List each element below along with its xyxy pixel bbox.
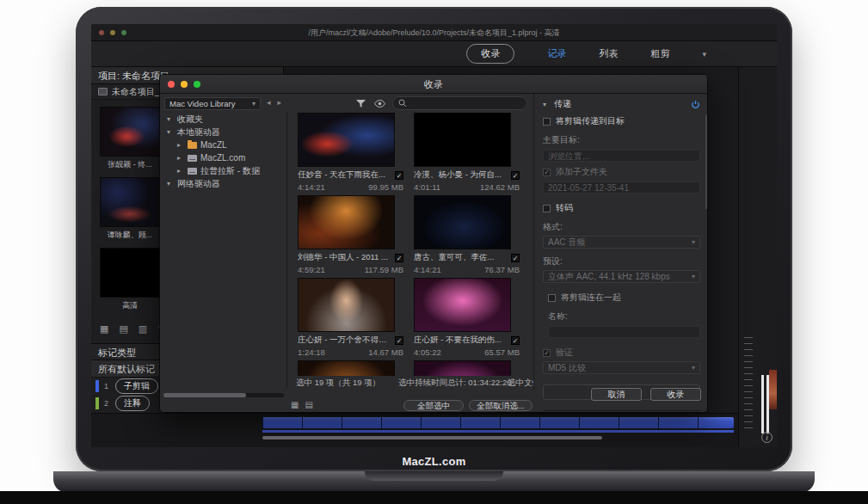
chevron-right-icon[interactable]: ▸	[177, 164, 184, 177]
deselect-all-button[interactable]: 全部取消选...	[469, 400, 532, 411]
clip-checkbox[interactable]: ✓	[511, 171, 520, 180]
tab-logging[interactable]: 记录	[547, 47, 566, 60]
timeline-clip-sequence[interactable]	[262, 417, 734, 428]
verify-method-dropdown[interactable]: MD5 比较 ▾	[543, 361, 700, 374]
clip-thumbnail[interactable]	[298, 360, 395, 376]
clip-checkbox[interactable]: ✓	[395, 336, 403, 345]
checkbox-checked-disabled[interactable]: ✓	[543, 169, 551, 176]
tree-item-drive[interactable]: ▸ MacZL	[160, 138, 286, 151]
minimize-dialog-icon[interactable]	[181, 81, 188, 88]
timeline-audio-track[interactable]	[262, 430, 734, 433]
clip-card[interactable]: 刘德华 - 中国人 - 2011 ... ✓ 4:59:21 117.59 MB	[298, 195, 403, 274]
clip-thumbnail[interactable]	[414, 113, 511, 167]
format-dropdown[interactable]: AAC 音频 ▾	[543, 236, 700, 249]
cancel-button[interactable]: 取消	[591, 388, 642, 401]
marker-chip[interactable]: 注释	[115, 396, 150, 411]
list-view-icon[interactable]: ▤	[119, 323, 127, 335]
power-toggle-icon[interactable]	[691, 100, 700, 109]
close-dialog-icon[interactable]	[168, 81, 175, 88]
transfer-destination-checkbox-row[interactable]: 将剪辑传递到目标	[543, 115, 700, 127]
minimize-window-icon[interactable]	[110, 30, 115, 35]
add-subfolder-checkbox-row[interactable]: ✓ 添加子文件夹	[543, 166, 700, 178]
list-view-icon[interactable]: ▤	[305, 400, 312, 409]
stitch-clips-checkbox-row[interactable]: 将剪辑连在一起	[548, 292, 700, 304]
clip-thumbnail[interactable]	[414, 278, 511, 332]
clip-thumbnail[interactable]	[414, 195, 511, 249]
tree-item-network-drives[interactable]: ▾ 网络驱动器	[160, 177, 286, 190]
clip-thumbnail[interactable]	[100, 248, 160, 298]
browse-location-field[interactable]: 浏览位置...	[543, 150, 700, 162]
stitch-name-field[interactable]	[548, 326, 700, 338]
transfer-header: 传递	[554, 98, 571, 110]
clip-thumbnail[interactable]	[298, 195, 395, 249]
tree-item-drive[interactable]: ▸ 拉普拉斯 - 数据	[160, 164, 286, 177]
zoom-dialog-icon[interactable]	[194, 81, 200, 88]
visibility-eye-icon[interactable]	[374, 100, 385, 108]
chevron-down-icon[interactable]: ▾	[167, 177, 174, 190]
tab-rough-cut[interactable]: 粗剪	[650, 47, 669, 60]
marker-chip[interactable]: 子剪辑	[115, 378, 158, 394]
chevron-down-icon[interactable]: ▾	[167, 113, 174, 126]
grid-view-icon[interactable]: ▦	[291, 400, 299, 409]
chevron-right-icon[interactable]: ▸	[177, 138, 184, 151]
select-all-button[interactable]: 全部选中	[403, 400, 464, 411]
clip-card[interactable]	[414, 360, 520, 376]
drive-icon	[188, 155, 197, 162]
checkbox-unchecked[interactable]	[543, 205, 551, 212]
preset-dropdown[interactable]: 立体声 AAC, 44.1 kHz 128 kbps ▾	[543, 270, 700, 283]
timeline-scrollbar[interactable]	[262, 436, 602, 439]
marker-color-bar	[95, 397, 99, 409]
clip-card[interactable]: 庄心妍 - 一万个舍不得 -... ✓ 1:24:18 14.67 MB	[298, 278, 403, 357]
project-clip-item[interactable]: 高清	[100, 248, 160, 311]
zoom-window-icon[interactable]	[121, 30, 126, 35]
tree-item-drive[interactable]: ▸ MacZL.com	[160, 151, 286, 164]
detail-view-icon[interactable]: ▥	[139, 323, 147, 335]
clip-thumbnail[interactable]	[298, 278, 395, 332]
chevron-down-icon[interactable]: ▾	[543, 101, 550, 108]
forward-icon[interactable]: ▸	[278, 98, 289, 107]
desk-surface	[0, 491, 868, 504]
clip-checkbox[interactable]: ✓	[511, 254, 520, 262]
tab-ingest[interactable]: 收录	[466, 44, 514, 64]
chevron-right-icon[interactable]: ▸	[177, 151, 184, 164]
clip-duration: 4:14:21	[298, 182, 325, 192]
tree-horizontal-scrollbar[interactable]	[163, 393, 284, 397]
project-clip-item[interactable]: 谭咏麟、顾...	[100, 177, 160, 241]
filter-icon[interactable]	[356, 100, 366, 108]
verify-checkbox-row[interactable]: ✓ 验证	[543, 347, 700, 359]
clip-checkbox[interactable]: ✓	[511, 336, 520, 345]
checkbox-checked-disabled[interactable]: ✓	[543, 349, 551, 357]
clip-card[interactable]: 冷漠、杨小曼 - 为何自... ✓ 4:01:11 124.62 MB	[414, 113, 520, 192]
tree-item-local-drives[interactable]: ▾ 本地驱动器	[160, 126, 286, 138]
clip-thumbnail[interactable]	[100, 107, 160, 157]
checkbox-unchecked[interactable]	[548, 294, 556, 302]
clip-size: 65.57 MB	[484, 347, 520, 357]
clip-thumbnail[interactable]	[414, 360, 511, 376]
back-icon[interactable]: ◂	[267, 98, 278, 107]
tree-item-favorites[interactable]: ▾ 收藏夹	[160, 113, 286, 126]
clip-thumbnail[interactable]	[100, 177, 160, 227]
clip-checkbox[interactable]: ✓	[395, 254, 403, 262]
clip-card[interactable]: 任妙音 - 天在下雨我在... ✓ 4:14:21 99.95 MB	[298, 113, 403, 192]
clip-card[interactable]: 唐古、童可可、李佐... ✓ 4:14:21 76.37 MB	[414, 195, 520, 274]
bin-icon	[98, 88, 108, 95]
panel-scrollbar[interactable]	[705, 114, 708, 209]
clip-checkbox[interactable]: ✓	[395, 171, 403, 180]
audio-level-bar	[761, 375, 764, 433]
close-window-icon[interactable]	[99, 30, 104, 35]
clip-card[interactable]	[298, 360, 403, 376]
info-icon[interactable]: i	[761, 432, 773, 443]
chevron-down-icon[interactable]: ▾	[167, 126, 174, 138]
ingest-button[interactable]: 收录	[650, 388, 701, 401]
checkbox-unchecked[interactable]	[543, 118, 551, 126]
project-clip-item[interactable]: 张靓颖 - 终...	[100, 107, 160, 170]
search-input[interactable]	[392, 96, 527, 110]
chevron-down-icon[interactable]: ▾	[702, 50, 706, 58]
library-selector[interactable]: Mac Video Library ▾	[164, 97, 261, 110]
clip-thumbnail[interactable]	[298, 113, 395, 167]
transcode-checkbox-row[interactable]: 转码	[543, 202, 700, 214]
subfolder-name-field[interactable]: 2021-05-27 12-35-41	[543, 181, 700, 194]
tab-list[interactable]: 列表	[599, 47, 618, 60]
icon-view-icon[interactable]: ▦	[100, 323, 108, 335]
clip-card[interactable]: 庄心妍 - 不要在我的伤... ✓ 4:05:22 65.57 MB	[414, 278, 520, 357]
